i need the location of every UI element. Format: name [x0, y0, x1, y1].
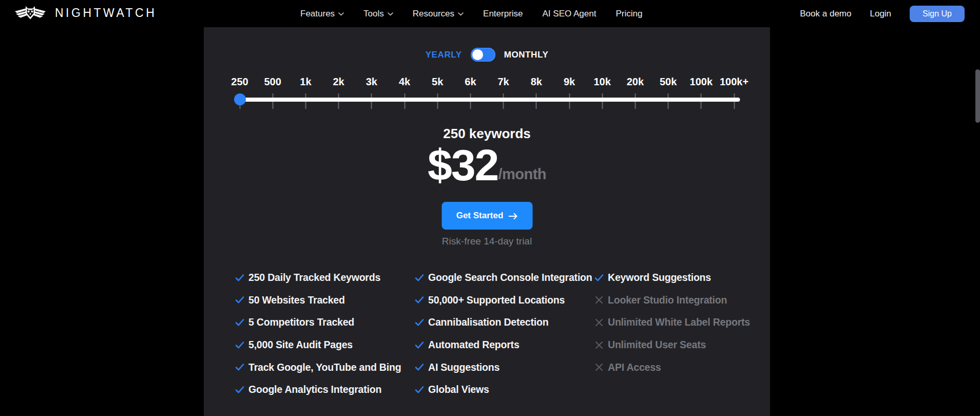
x-icon	[594, 317, 604, 328]
chevron-down-icon	[338, 12, 344, 16]
x-icon	[594, 362, 604, 372]
feature-label: 50,000+ Supported Locations	[428, 294, 565, 306]
price-amount: $32	[428, 144, 498, 186]
check-icon	[414, 273, 425, 283]
slider-label-5k[interactable]: 5k	[432, 76, 443, 88]
chevron-down-icon	[458, 12, 464, 16]
nav-label: Enterprise	[483, 9, 523, 19]
check-icon	[414, 295, 425, 305]
top-navigation-bar: NIGHTWATCH Features Tools Resources Ente…	[0, 0, 980, 27]
feature-column-1: 250 Daily Tracked Keywords 50 Websites T…	[235, 267, 412, 401]
billing-toggle-switch[interactable]	[471, 48, 495, 62]
x-icon	[594, 340, 604, 350]
slider-label-8k[interactable]: 8k	[531, 76, 542, 88]
check-icon	[414, 317, 425, 328]
slider-label-9k[interactable]: 9k	[564, 76, 575, 88]
slider-label-1k[interactable]: 1k	[300, 76, 311, 88]
main-nav: Features Tools Resources Enterprise AI S…	[300, 0, 642, 27]
slider-label-7k[interactable]: 7k	[497, 76, 509, 88]
pricing-panel: YEARLY MONTHLY 250 500 1k 2k 3k 4k 5k 6k…	[204, 27, 770, 416]
slider-label-250[interactable]: 250	[231, 76, 248, 88]
feature-label: Unlimited White Label Reports	[608, 316, 750, 328]
feature-item: Keyword Suggestions	[594, 267, 766, 289]
check-icon	[414, 385, 425, 395]
trial-note: Risk-free 14-day trial	[204, 236, 770, 247]
price-row: $32 /month	[204, 144, 770, 186]
nav-item-features[interactable]: Features	[300, 9, 344, 19]
billing-toggle-row: YEARLY MONTHLY	[204, 48, 770, 62]
check-icon	[235, 317, 245, 328]
nav-label: Pricing	[616, 9, 642, 19]
feature-label: 5 Competitors Tracked	[248, 316, 354, 328]
check-icon	[235, 385, 245, 395]
get-started-button[interactable]: Get Started	[441, 202, 532, 230]
scrollbar-thumb[interactable]	[975, 69, 980, 123]
check-icon	[414, 340, 425, 350]
yearly-label[interactable]: YEARLY	[426, 50, 462, 60]
nav-item-ai-seo-agent[interactable]: AI SEO Agent	[543, 9, 597, 19]
slider-label-100k[interactable]: 100k	[690, 76, 713, 88]
feature-label: API Access	[608, 362, 661, 373]
toggle-knob	[472, 49, 483, 60]
header-actions: Book a demo Login Sign Up	[800, 0, 965, 27]
slider-label-20k[interactable]: 20k	[627, 76, 644, 88]
feature-item: Google Analytics Integration	[235, 379, 412, 401]
nav-label: Tools	[363, 9, 384, 19]
monthly-label[interactable]: MONTHLY	[504, 50, 549, 60]
slider-label-4k[interactable]: 4k	[399, 76, 410, 88]
feature-lists: 250 Daily Tracked Keywords 50 Websites T…	[204, 267, 770, 403]
nav-item-enterprise[interactable]: Enterprise	[483, 9, 523, 19]
feature-item: Global Views	[414, 379, 591, 401]
feature-label: 5,000 Site Audit Pages	[248, 339, 353, 351]
feature-label: Keyword Suggestions	[608, 272, 711, 283]
selected-keywords-label: 250 keywords	[204, 126, 770, 142]
keyword-volume-slider: 250 500 1k 2k 3k 4k 5k 6k 7k 8k 9k 10k 2…	[234, 76, 740, 113]
feature-item: Looker Studio Integration	[594, 289, 766, 312]
feature-item: API Access	[594, 356, 766, 379]
nav-label: Features	[300, 9, 335, 19]
feature-label: Global Views	[428, 384, 489, 395]
arrow-right-icon	[508, 213, 517, 219]
slider-label-3k[interactable]: 3k	[366, 76, 377, 88]
slider-track[interactable]	[234, 98, 740, 102]
check-icon	[235, 295, 245, 305]
feature-item: 5,000 Site Audit Pages	[235, 334, 412, 356]
check-icon	[235, 273, 245, 283]
feature-label: Cannibalisation Detection	[428, 316, 548, 328]
slider-label-6k[interactable]: 6k	[465, 76, 476, 88]
feature-item: Automated Reports	[414, 334, 591, 356]
feature-item: Track Google, YouTube and Bing	[235, 356, 412, 379]
owl-logo-icon	[14, 5, 46, 21]
nav-item-tools[interactable]: Tools	[363, 9, 393, 19]
nav-label: AI SEO Agent	[543, 9, 597, 19]
book-demo-link[interactable]: Book a demo	[800, 9, 851, 19]
feature-column-2: Google Search Console Integration 50,000…	[414, 267, 591, 401]
slider-label-100k-plus[interactable]: 100k+	[720, 76, 748, 88]
slider-label-50k[interactable]: 50k	[660, 76, 677, 88]
feature-label: Google Analytics Integration	[248, 384, 381, 395]
nav-item-pricing[interactable]: Pricing	[616, 9, 642, 19]
price-period: /month	[498, 166, 546, 183]
check-icon	[235, 340, 245, 350]
slider-handle[interactable]	[234, 93, 246, 105]
feature-label: Unlimited User Seats	[608, 339, 706, 351]
sign-up-button[interactable]: Sign Up	[910, 6, 965, 22]
feature-label: 50 Websites Tracked	[248, 294, 345, 306]
slider-label-500[interactable]: 500	[264, 76, 281, 88]
check-icon	[594, 273, 604, 283]
feature-item: 50 Websites Tracked	[235, 289, 412, 312]
feature-item: Cannibalisation Detection	[414, 311, 591, 334]
brand-logo[interactable]: NIGHTWATCH	[14, 5, 157, 21]
brand-name: NIGHTWATCH	[55, 6, 157, 20]
feature-item: 50,000+ Supported Locations	[414, 289, 591, 312]
slider-label-2k[interactable]: 2k	[333, 76, 344, 88]
check-icon	[414, 362, 425, 372]
login-link[interactable]: Login	[870, 9, 891, 19]
nav-label: Resources	[413, 9, 454, 19]
feature-column-3: Keyword Suggestions Looker Studio Integr…	[594, 267, 766, 379]
feature-label: Track Google, YouTube and Bing	[248, 362, 401, 373]
slider-label-10k[interactable]: 10k	[594, 76, 611, 88]
feature-item: 250 Daily Tracked Keywords	[235, 267, 412, 289]
check-icon	[235, 362, 245, 372]
nav-item-resources[interactable]: Resources	[413, 9, 464, 19]
